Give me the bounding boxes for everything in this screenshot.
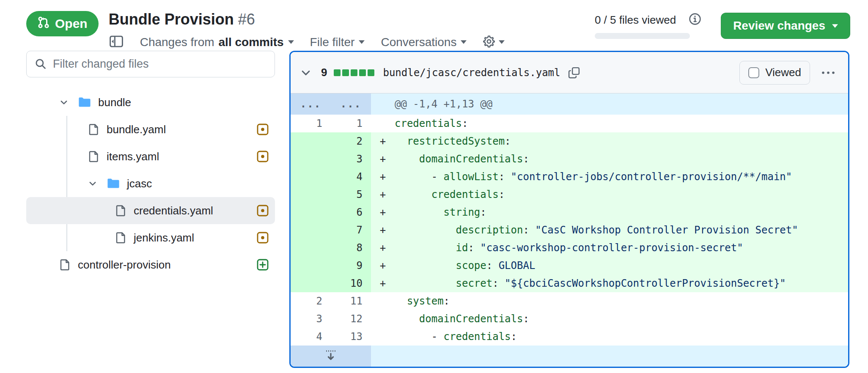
changes-from-value: all commits	[219, 36, 284, 49]
new-line-number[interactable]: 12	[331, 310, 371, 328]
folder-icon	[78, 96, 91, 109]
new-line-number[interactable]: 2	[331, 132, 371, 150]
old-line-number[interactable]	[291, 150, 331, 168]
new-line-number[interactable]: 10	[331, 274, 371, 292]
expand-row-body	[371, 346, 848, 367]
old-line-number[interactable]	[291, 203, 331, 221]
expand-down-button[interactable]	[291, 346, 371, 367]
files-viewed-progress-bar	[595, 33, 690, 39]
diff-modified-icon	[256, 204, 269, 217]
code-line: credentials:	[395, 118, 468, 129]
diff-row-line-8: 8+ id: "casc-workshop-controller-provisi…	[291, 239, 848, 257]
pr-number: #6	[238, 11, 255, 28]
diff-modified-icon	[256, 123, 269, 136]
diff-modified-icon	[256, 150, 269, 163]
yaml-value: "controller-jobs/controller-provision/**…	[511, 171, 792, 183]
file-icon	[88, 123, 100, 135]
files-viewed-progress: 0 / 5 files viewed	[595, 13, 701, 39]
file-filter-dropdown[interactable]: File filter	[310, 36, 365, 49]
file-icon	[115, 232, 127, 244]
code-line: string:	[395, 206, 486, 218]
folder-icon	[78, 96, 91, 109]
hunk-header-cell: @@ -1,4 +1,13 @@	[371, 93, 848, 115]
code-line: scope: GLOBAL	[395, 260, 535, 272]
tree-item-label: bundle.yaml	[107, 123, 166, 136]
diff-modified-icon	[256, 231, 269, 244]
viewed-toggle-button[interactable]: Viewed	[739, 61, 810, 85]
expand-down-row	[291, 346, 848, 367]
old-line-number[interactable]: 1	[291, 115, 331, 132]
diff-toolbar: Changes from all commits File filter Con…	[109, 34, 505, 50]
diff-settings-dropdown[interactable]	[483, 35, 505, 49]
viewed-label: Viewed	[765, 66, 801, 79]
code-cell: domainCredentials:	[371, 310, 848, 328]
code-line: - credentials:	[395, 331, 517, 343]
old-line-number[interactable]: 4	[291, 328, 331, 346]
viewed-checkbox[interactable]	[748, 67, 759, 78]
tree-item-items.yaml[interactable]: items.yaml	[26, 143, 275, 170]
old-line-number[interactable]	[291, 168, 331, 186]
gear-icon	[483, 35, 495, 49]
changes-from-dropdown[interactable]: Changes from all commits	[140, 36, 294, 49]
chevron-down-icon	[499, 40, 505, 44]
page-title: Bundle Provision #6	[109, 11, 505, 28]
review-changes-button[interactable]: Review changes	[721, 13, 850, 39]
new-line-number[interactable]: 5	[331, 186, 371, 203]
tree-item-bundle.yaml[interactable]: bundle.yaml	[26, 116, 275, 143]
chevron-down-icon[interactable]	[88, 179, 107, 188]
info-icon[interactable]	[689, 13, 701, 27]
new-line-number[interactable]: 4	[331, 168, 371, 186]
search-icon	[35, 58, 47, 71]
yaml-key: allowList	[444, 171, 499, 183]
new-line-number[interactable]: 11	[331, 292, 371, 310]
diff-table: ......@@ -1,4 +1,13 @@11credentials:2+ r…	[291, 93, 848, 367]
old-line-number[interactable]	[291, 274, 331, 292]
collapse-sidebar-button[interactable]	[109, 34, 124, 50]
new-line-number[interactable]: 7	[331, 221, 371, 239]
conversations-dropdown[interactable]: Conversations	[381, 36, 467, 49]
tree-item-label: controller-provision	[78, 258, 171, 272]
tree-item-bundle[interactable]: bundle	[26, 89, 275, 116]
file-options-kebab-button[interactable]	[818, 67, 839, 79]
code-line: - allowList: "controller-jobs/controller…	[395, 171, 792, 183]
old-line-number[interactable]	[291, 221, 331, 239]
yaml-colon: :	[505, 135, 511, 147]
diff-row-line-13: 413 - credentials:	[291, 328, 848, 346]
chevron-down-icon[interactable]	[59, 98, 78, 107]
tree-item-credentials.yaml[interactable]: credentials.yaml	[26, 197, 275, 224]
filter-changed-files-input[interactable]	[26, 51, 275, 77]
yaml-value: "CasC Workshop Controller Provision Secr…	[535, 224, 798, 236]
tree-item-jcasc[interactable]: jcasc	[26, 170, 275, 197]
diff-sign: +	[371, 171, 395, 183]
diff-row-line-10: 10+ secret: "${cbciCascWorkshopControlle…	[291, 274, 848, 292]
yaml-colon: :	[468, 242, 474, 254]
old-line-number[interactable]: 3	[291, 310, 331, 328]
new-line-number[interactable]: 1	[331, 115, 371, 132]
old-line-number[interactable]	[291, 239, 331, 257]
hunk-header-text: @@ -1,4 +1,13 @@	[395, 98, 492, 110]
collapse-file-button[interactable]	[300, 67, 312, 79]
file-filter-label: File filter	[310, 36, 355, 49]
code-cell: + scope: GLOBAL	[371, 257, 848, 274]
diff-sign: +	[371, 206, 395, 218]
old-line-number[interactable]	[291, 186, 331, 203]
tree-item-controller-provision[interactable]: controller-provision	[26, 251, 275, 278]
new-line-number[interactable]: 3	[331, 150, 371, 168]
old-line-number[interactable]	[291, 132, 331, 150]
hunk-header-row: ......@@ -1,4 +1,13 @@	[291, 93, 848, 115]
old-line-number[interactable]: 2	[291, 292, 331, 310]
files-viewed-count: 0 / 5 files viewed	[595, 14, 676, 27]
diff-table-body: ......@@ -1,4 +1,13 @@11credentials:2+ r…	[291, 93, 848, 367]
new-line-number[interactable]: 6	[331, 203, 371, 221]
old-line-number[interactable]	[291, 257, 331, 274]
new-line-number[interactable]: 8	[331, 239, 371, 257]
diff-sign: +	[371, 153, 395, 165]
tree-item-jenkins.yaml[interactable]: jenkins.yaml	[26, 224, 275, 251]
copy-file-path-button[interactable]	[568, 67, 580, 79]
folder-icon	[107, 177, 120, 190]
yaml-colon: :	[499, 171, 505, 183]
yaml-key: string	[444, 206, 481, 218]
yaml-dash: -	[431, 171, 444, 183]
new-line-number[interactable]: 9	[331, 257, 371, 274]
new-line-number[interactable]: 13	[331, 328, 371, 346]
